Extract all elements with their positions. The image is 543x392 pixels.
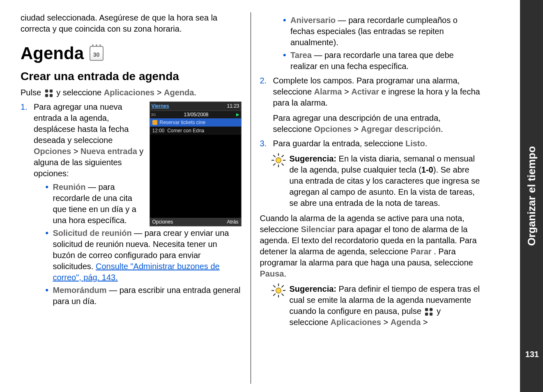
svg-line-20 bbox=[273, 293, 275, 295]
phone-date-row: 3G 13/05/2008 ▶ bbox=[150, 111, 241, 118]
left-column: ciudad seleccionada. Asegúrese de que la… bbox=[21, 12, 251, 384]
label-activar: Activar bbox=[351, 87, 379, 96]
h1-agenda: Agenda bbox=[21, 42, 84, 65]
ordered-steps-right: 2. Complete los campos. Para programar u… bbox=[260, 75, 481, 149]
svg-rect-23 bbox=[430, 308, 433, 311]
tip-icon bbox=[272, 153, 285, 167]
page-content: ciudad seleccionada. Asegúrese de que la… bbox=[0, 0, 497, 392]
phone-note-icon bbox=[152, 120, 157, 125]
label-agenda-2: Agenda bbox=[391, 318, 421, 327]
tip-label: Sugerencia: bbox=[290, 284, 339, 293]
label-aplicaciones: Aplicaciones bbox=[104, 88, 154, 97]
tip-1: Sugerencia: En la vista diaria, semanal … bbox=[272, 153, 481, 209]
phone-statusbar: Viernes 11:23 bbox=[150, 102, 241, 111]
svg-line-10 bbox=[281, 163, 283, 165]
h2-crear: Crear una entrada de agenda bbox=[21, 69, 242, 84]
bullet-reunion: Reunión — para recordarle de una cita qu… bbox=[45, 182, 145, 226]
step-3: 3. Para guardar la entrada, seleccione L… bbox=[260, 138, 481, 149]
phone-body bbox=[150, 135, 241, 218]
heading-row: Agenda 30 bbox=[21, 42, 242, 65]
label-opciones-2: Opciones bbox=[314, 125, 352, 134]
label-agenda: Agenda bbox=[164, 88, 194, 97]
svg-point-4 bbox=[276, 158, 281, 163]
label-aplicaciones-2: Aplicaciones bbox=[331, 318, 381, 327]
label-alarma: Alarma bbox=[314, 87, 342, 96]
alarm-paragraph: Cuando la alarma de la agenda se active … bbox=[260, 213, 481, 279]
phone-arrow-icon: ▶ bbox=[235, 112, 241, 118]
ordered-steps-left: 1. Viernes 11:23 3G 13/0 bbox=[21, 101, 242, 309]
step-number: 3. bbox=[260, 138, 269, 149]
svg-line-12 bbox=[281, 155, 283, 157]
label-listo: Listo bbox=[405, 139, 425, 148]
phone-signal: 3G bbox=[150, 112, 157, 117]
phone-entry-2: 12:00 Comer con Edna bbox=[150, 127, 241, 135]
tip-2: Sugerencia: Para definir el tiempo de es… bbox=[272, 284, 481, 328]
phone-entry-1: Reservar tickets cine bbox=[150, 118, 241, 127]
tip-icon bbox=[272, 284, 285, 297]
svg-line-18 bbox=[273, 285, 275, 287]
bullet-aniversario: Aniversario — para recordarle cumpleaños… bbox=[283, 15, 481, 48]
bullet-solicitud: Solicitud de reunión — para crear y envi… bbox=[45, 228, 242, 283]
phone-softkeys: Opciones Atrás bbox=[150, 218, 241, 226]
step-1: 1. Viernes 11:23 3G 13/0 bbox=[21, 101, 242, 309]
phone-frame: Viernes 11:23 3G 13/05/2008 ▶ bbox=[150, 101, 242, 226]
svg-rect-24 bbox=[425, 313, 428, 316]
page-number: 131 bbox=[525, 350, 539, 359]
page-wrap: ciudad seleccionada. Asegúrese de que la… bbox=[0, 0, 543, 392]
svg-rect-25 bbox=[430, 313, 433, 316]
svg-point-13 bbox=[276, 288, 281, 293]
svg-rect-0 bbox=[45, 90, 48, 92]
step-number: 2. bbox=[260, 75, 269, 135]
bullet-tarea: Tarea — para recordarle una tarea que de… bbox=[283, 50, 481, 72]
bullet-memorandum: Memorándum — para escribir una entrada g… bbox=[45, 285, 242, 307]
options-bullets-right: Aniversario — para recordarle cumpleaños… bbox=[272, 15, 481, 72]
step-number: 1. bbox=[21, 101, 30, 309]
right-column: Aniversario — para recordarle cumpleaños… bbox=[251, 12, 481, 384]
svg-line-11 bbox=[273, 163, 275, 165]
phone-date: 13/05/2008 bbox=[184, 111, 208, 118]
side-tab-label: Organizar el tiempo bbox=[525, 146, 538, 246]
label-pausa: Pausa bbox=[260, 269, 284, 278]
svg-rect-3 bbox=[49, 94, 52, 97]
svg-line-21 bbox=[281, 285, 283, 287]
label-opciones: Opciones bbox=[34, 147, 71, 156]
intro-text: ciudad seleccionada. Asegúrese de que la… bbox=[21, 12, 242, 35]
phone-softkey-right: Atrás bbox=[227, 219, 238, 225]
svg-rect-22 bbox=[425, 308, 428, 311]
menu-key-icon bbox=[424, 307, 433, 316]
phone-time: 11:23 bbox=[227, 103, 239, 109]
svg-rect-2 bbox=[45, 94, 48, 97]
phone-screenshot: Viernes 11:23 3G 13/05/2008 ▶ bbox=[150, 101, 242, 226]
svg-line-9 bbox=[273, 155, 275, 157]
phone-softkey-left: Opciones bbox=[152, 219, 173, 225]
phone-day: Viernes bbox=[152, 103, 169, 109]
label-parar: Parar bbox=[410, 247, 431, 256]
pulse-line: Pulse y seleccione Aplicaciones > Agenda… bbox=[21, 87, 242, 98]
step-2: 2. Complete los campos. Para programar u… bbox=[260, 75, 481, 135]
label-agregar-desc: Agregar descripción bbox=[361, 125, 441, 134]
calendar-icon: 30 bbox=[90, 46, 104, 61]
svg-line-19 bbox=[281, 293, 283, 295]
tip-label: Sugerencia: bbox=[290, 154, 339, 163]
side-tab: Organizar el tiempo 131 bbox=[520, 0, 543, 392]
svg-rect-1 bbox=[49, 90, 52, 92]
label-nueva-entrada: Nueva entrada bbox=[81, 147, 137, 156]
label-silenciar: Silenciar bbox=[301, 225, 335, 234]
menu-key-icon bbox=[44, 89, 53, 98]
